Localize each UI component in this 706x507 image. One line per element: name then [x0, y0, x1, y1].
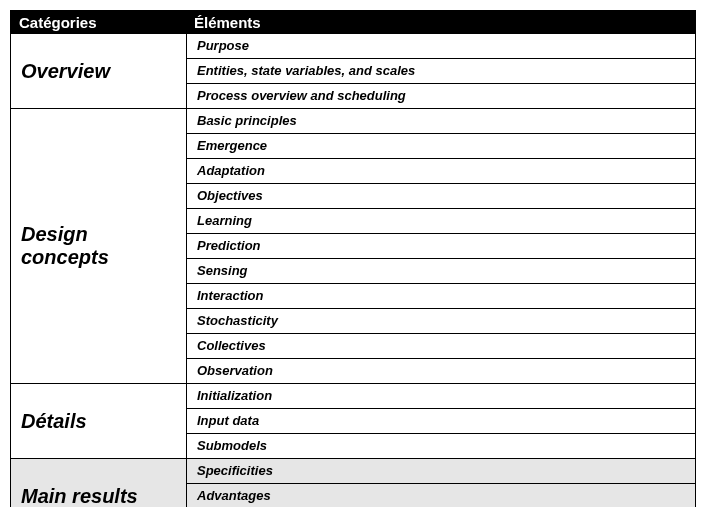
element-row: Objectives — [187, 183, 695, 208]
header-elements: Éléments — [186, 11, 695, 34]
element-row: Emergence — [187, 133, 695, 158]
table-group: DétailsInitializationInput dataSubmodels — [11, 383, 695, 458]
element-row: Input data — [187, 408, 695, 433]
element-row: Prediction — [187, 233, 695, 258]
element-row: Specificities — [187, 459, 695, 483]
element-row: Initialization — [187, 384, 695, 408]
element-row: Submodels — [187, 433, 695, 458]
element-rows: PurposeEntities, state variables, and sc… — [186, 34, 695, 108]
table-header-row: Catégories Éléments — [11, 11, 695, 34]
element-row: Process overview and scheduling — [187, 83, 695, 108]
element-rows: InitializationInput dataSubmodels — [186, 384, 695, 458]
element-row: Collectives — [187, 333, 695, 358]
element-row: Learning — [187, 208, 695, 233]
element-row: Advantages — [187, 483, 695, 507]
table-group: Design conceptsBasic principlesEmergence… — [11, 108, 695, 383]
category-label: Main results — [11, 459, 186, 507]
element-row: Sensing — [187, 258, 695, 283]
element-row: Interaction — [187, 283, 695, 308]
table-group: OverviewPurposeEntities, state variables… — [11, 34, 695, 108]
element-row: Entities, state variables, and scales — [187, 58, 695, 83]
table-group: Main resultsSpecificitiesAdvantagesDisad… — [11, 458, 695, 507]
table-body: OverviewPurposeEntities, state variables… — [11, 34, 695, 507]
element-row: Purpose — [187, 34, 695, 58]
element-rows: Basic principlesEmergenceAdaptationObjec… — [186, 109, 695, 383]
element-rows: SpecificitiesAdvantagesDisadvantages — [186, 459, 695, 507]
element-row: Adaptation — [187, 158, 695, 183]
category-label: Overview — [11, 34, 186, 108]
header-categories: Catégories — [11, 11, 186, 34]
odd-table: Catégories Éléments OverviewPurposeEntit… — [10, 10, 696, 507]
element-row: Basic principles — [187, 109, 695, 133]
category-label: Détails — [11, 384, 186, 458]
category-label: Design concepts — [11, 109, 186, 383]
element-row: Stochasticity — [187, 308, 695, 333]
element-row: Observation — [187, 358, 695, 383]
